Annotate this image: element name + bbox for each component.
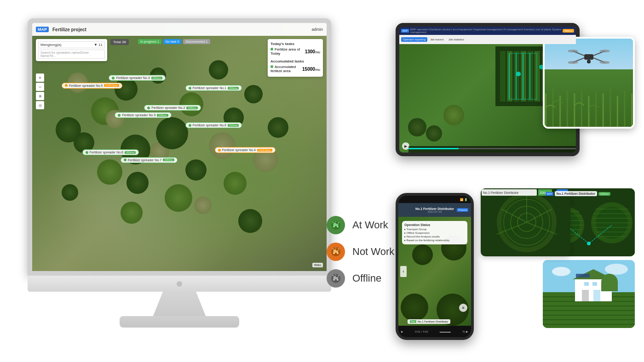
spreader-label-4: Fertilizer spreader No.4 0.0/0.8mu [215,147,276,153]
accumulated-area-row: Accumulated fertilize area 15000mu [270,65,320,73]
tablet-logo: MAP [401,29,409,33]
svg-point-7 [333,252,335,254]
tablet-nav-tabs: Operator reporting Job tracers Job stati… [399,35,576,44]
spreader-label-8: Fertilizer spreader No.8 200mu [185,122,242,128]
today-tasks-title: Today's tasks [270,42,320,46]
scale-bar: 500m [312,263,323,267]
total-badge: Total 38 [110,39,129,45]
svg-rect-91 [584,282,589,286]
phone-left-nav[interactable]: ‹ [400,266,407,277]
location-btn[interactable]: ⊕ [36,92,44,100]
right-section: MAP MAP operation Distributor device Lis… [377,0,644,362]
svg-point-36 [568,50,578,52]
spreader-label-9: Fertilizer spreader No.9 200mu [115,112,172,118]
at-work-icon [327,216,345,234]
map-header: MAP Fertilize project admin [32,23,327,36]
center-satellite-image: No.1 Fertilizer Distributor 200mu MAP [481,188,570,256]
zoom-out-btn[interactable]: − [36,83,44,91]
drone-svg [568,44,610,69]
in-progress-badge: In progress 1 [138,39,161,44]
phone-device: 📶 🔋 No.1 Fertilizer Distributor 2021-07-… [396,193,474,340]
info-panel: Today's tasks Fertilize area of Today 13… [268,39,323,77]
svg-rect-89 [582,290,589,301]
tablet-tab-reporting[interactable]: Operator reporting [401,37,427,42]
drone-image-inner [545,39,633,127]
farm-building-svg [543,260,635,328]
today-area-row: Fertilize area of Today 1300mu [270,47,320,56]
phone-title: No.1 Fertilizer Distributor [415,207,454,210]
map-controls: + − ⊕ ◎ [36,74,44,109]
svg-point-37 [599,50,610,52]
phone-bottom-label: Stay No.1 Fertilizer Distributor [408,319,450,324]
not-work-icon [327,243,345,261]
map-title: Fertilize project [52,27,86,32]
svg-point-39 [599,61,610,64]
svg-point-13 [333,279,335,281]
tablet-nav: MAP operation Distributor device List of… [410,28,574,34]
zoom-in-btn[interactable]: + [36,74,44,82]
svg-point-38 [568,61,578,64]
map-container: MAP Fertilize project admin Mengtong(a) … [32,23,327,271]
spreader-label-2: Fertilizer spreader No.2 200mu [144,105,201,111]
svg-rect-92 [592,282,597,286]
spreader-label-5: Fertilizer spreader No.5 0.0/0.6mu [62,83,122,89]
phone-popup: Operation Status ▸ Transport Group ▸ Off… [402,221,467,244]
svg-rect-21 [514,51,519,102]
svg-rect-24 [535,51,540,102]
map-admin: admin [311,27,323,32]
desktop-monitor: MAP Fertilize project admin Mengtong(a) … [14,18,345,340]
spreader-label-7: Fertilizer spreader No.7 200mu [121,157,178,163]
svg-rect-23 [528,51,533,102]
corn-field-svg [545,69,633,127]
disconnected-badge: Disconnected 1 [183,39,210,44]
spreader-label-6: Fertilizer spreader No.6 200mu [82,149,139,155]
monitor-base [120,316,239,328]
svg-rect-93 [576,274,590,277]
svg-point-73 [587,242,591,245]
drone-photo [543,37,635,129]
svg-rect-88 [601,282,618,291]
phone-date: 2021-07-23 [428,210,442,213]
monitor-bezel-bottom [28,276,331,292]
svg-rect-22 [521,51,526,102]
monitor-screen: MAP Fertilize project admin Mengtong(a) … [28,18,331,276]
tablet-tab-statistics[interactable]: Job statistics [447,37,466,42]
svg-rect-19 [500,51,506,102]
phone-header: No.1 Fertilizer Distributor 2021-07-23 P… [398,203,471,217]
svg-rect-20 [507,51,512,102]
phone-status-bar: 📶 🔋 [398,196,471,203]
tablet-area: MAP MAP operation Distributor device Lis… [396,23,635,170]
offline-icon [327,269,345,288]
phone-picture-btn[interactable]: Picture [457,208,468,212]
farm-label: MAP No.1 Fertilizer Distributor 200mu [546,191,610,196]
map-logo: MAP [36,27,49,32]
location-dropdown[interactable]: Mengtong(a) ▼ 11 [38,41,105,48]
svg-rect-90 [593,290,600,301]
spreader-label-1: Fertilizer spreader No.1 200mu [185,85,242,91]
farm-logo: MAP [546,192,553,196]
status-badges: In progress 1 No task 0 Disconnected 1 [138,39,210,44]
phone-play-btn[interactable]: ▶ [401,330,403,333]
svg-point-8 [337,252,339,254]
target-btn[interactable]: ◎ [36,101,44,109]
svg-point-29 [516,72,521,76]
phone-menu-icon[interactable]: ≡ [459,304,467,312]
svg-text:No.1 Fertilizer Distributor: No.1 Fertilizer Distributor [483,191,519,194]
svg-point-76 [605,264,628,275]
phone-screen: 📶 🔋 No.1 Fertilizer Distributor 2021-07-… [398,196,471,337]
tablet-tab-tracers[interactable]: Job tracers [428,37,446,42]
farm-image-bottom [543,260,635,328]
accumulated-tasks-title: Accumulated tasks [270,59,320,63]
phone-bottom-bar: ▶ 0:01 / 4:02 ▬▬▬▬ To ▶ [398,326,471,337]
tablet-timeline [408,146,576,153]
tablet-header: MAP MAP operation Distributor device Lis… [399,27,576,35]
svg-point-41 [588,61,590,62]
farm-name-badge: No.1 Fertilizer Distributor [555,191,597,196]
tablet-user: Attend [563,29,574,33]
spreader-label-3: Fertilizer spreader No.3 200mu [109,75,166,81]
monitor-dot [177,281,182,287]
svg-point-1 [333,226,335,227]
svg-point-2 [337,226,339,227]
svg-point-14 [337,279,339,281]
search-input[interactable]: Search for spreaders name/Driver Name/Te… [38,50,105,59]
